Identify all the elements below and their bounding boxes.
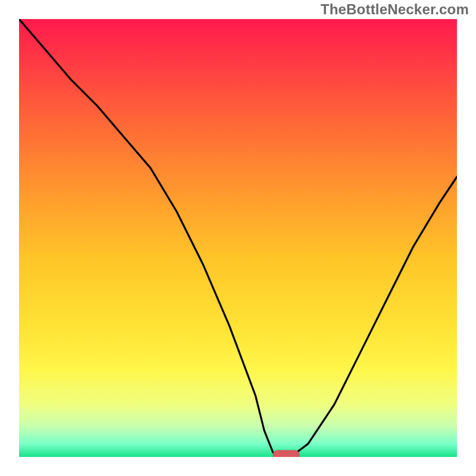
- gradient-background: [19, 19, 457, 457]
- watermark-text: TheBottleNecker.com: [321, 1, 469, 18]
- bottleneck-marker: [273, 450, 299, 457]
- chart-root: TheBottleNecker.com: [0, 0, 476, 476]
- chart-frame: [19, 19, 457, 457]
- plot-svg: [19, 19, 457, 457]
